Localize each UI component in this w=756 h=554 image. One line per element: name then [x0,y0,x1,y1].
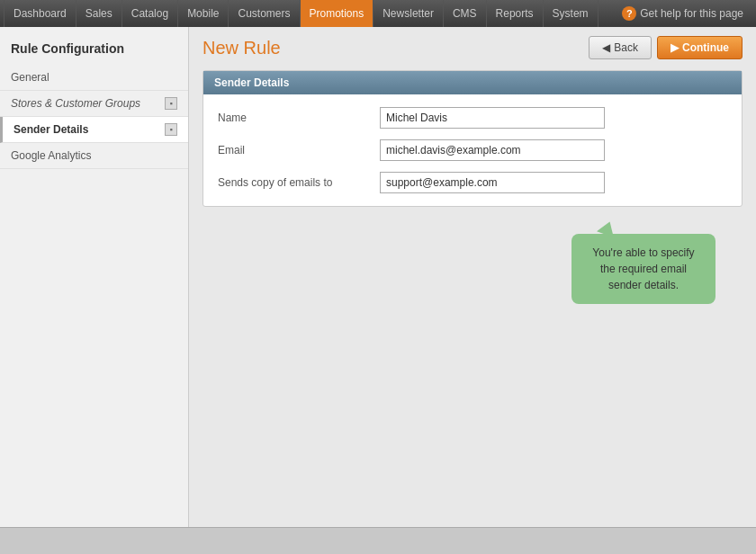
email-input[interactable] [380,139,605,161]
page-title: New Rule [202,38,281,58]
help-icon: ? [622,6,636,21]
tooltip-wrapper: You're able to specify the required emai… [202,234,742,304]
nav-item-sales[interactable]: Sales [76,0,122,27]
nav-item-promotions[interactable]: Promotions [301,0,374,27]
back-arrow-icon: ◀ [602,41,610,54]
sender-icon: ▪ [165,123,177,136]
content-area: New Rule ◀ Back ▶ Continue Sender Detail… [189,27,756,527]
help-label: Get help for this page [640,0,743,27]
continue-arrow-icon: ▶ [670,41,679,54]
nav-item-catalog[interactable]: Catalog [122,0,178,27]
sidebar: Rule Configuration General Stores & Cust… [0,27,189,527]
back-label: Back [614,41,638,54]
nav-item-mobile[interactable]: Mobile [178,0,229,27]
continue-label: Continue [682,41,729,54]
copy-input[interactable] [380,172,605,193]
nav-item-system[interactable]: System [544,0,598,27]
form-row-email: Email [218,139,727,161]
section-header: Sender Details [203,71,742,94]
email-label: Email [218,144,380,156]
content-header: New Rule ◀ Back ▶ Continue [202,36,742,59]
nav-item-newsletter[interactable]: Newsletter [374,0,444,27]
bottom-bar [0,527,756,554]
sidebar-item-label: Stores & Customer Groups [11,97,140,110]
form-row-copy: Sends copy of emails to [218,172,727,193]
sidebar-item-general[interactable]: General [0,65,188,91]
name-label: Name [218,112,380,124]
stores-icon: ▪ [165,97,177,110]
continue-button[interactable]: ▶ Continue [657,36,742,59]
nav-item-cms[interactable]: CMS [444,0,487,27]
sidebar-item-label: Google Analytics [11,149,91,162]
nav-item-dashboard[interactable]: Dashboard [4,0,76,27]
sidebar-item-label: General [11,71,50,84]
help-link[interactable]: ? Get help for this page [613,0,752,27]
top-nav: Dashboard Sales Catalog Mobile Customers… [0,0,756,27]
main-wrapper: Rule Configuration General Stores & Cust… [0,27,756,527]
sidebar-item-analytics[interactable]: Google Analytics [0,143,188,169]
sidebar-title: Rule Configuration [0,36,188,65]
header-buttons: ◀ Back ▶ Continue [589,36,742,59]
back-button[interactable]: ◀ Back [589,36,652,59]
sidebar-item-label: Sender Details [14,123,88,136]
name-input[interactable] [380,107,605,129]
form-row-name: Name [218,107,727,129]
sidebar-item-stores[interactable]: Stores & Customer Groups ▪ [0,91,188,117]
tooltip-bubble: You're able to specify the required emai… [572,234,716,304]
sidebar-item-sender[interactable]: Sender Details ▪ [0,117,188,143]
nav-item-reports[interactable]: Reports [487,0,544,27]
sender-details-section: Sender Details Name Email Sends copy of … [202,70,742,207]
form-body: Name Email Sends copy of emails to [203,94,742,206]
tooltip-text: You're able to specify the required emai… [592,246,694,291]
nav-item-customers[interactable]: Customers [229,0,300,27]
copy-label: Sends copy of emails to [218,176,380,189]
